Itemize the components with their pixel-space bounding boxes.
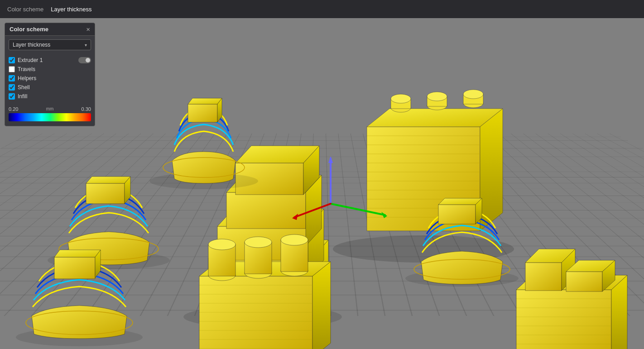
extruder1-label: Extruder 1	[18, 57, 43, 63]
topbar-layer-thickness[interactable]: Layer thickness	[51, 6, 91, 13]
shell-label: Shell	[18, 84, 30, 91]
gradient-bar	[9, 113, 91, 121]
top-bar: Color scheme Layer thickness	[0, 0, 644, 18]
svg-point-72	[16, 328, 143, 346]
infill-checkbox[interactable]	[9, 93, 15, 100]
extruder1-checkbox[interactable]	[9, 57, 15, 63]
extruder1-toggle[interactable]	[78, 57, 91, 63]
checkbox-item-infill[interactable]: Infill	[9, 92, 91, 101]
viewport[interactable]: Color scheme × Layer thickness ▾ Extrude…	[0, 18, 644, 349]
scheme-dropdown-value: Layer thickness	[13, 42, 50, 48]
checkbox-item-helpers[interactable]: Helpers	[9, 74, 91, 83]
checkbox-item-shell[interactable]: Shell	[9, 83, 91, 92]
grid-floor	[0, 134, 644, 316]
svg-point-7	[427, 101, 447, 110]
scheme-dropdown[interactable]: Layer thickness ▾	[9, 39, 91, 50]
close-button[interactable]: ×	[86, 26, 90, 33]
svg-rect-8	[427, 96, 447, 106]
color-scheme-panel: Color scheme × Layer thickness ▾ Extrude…	[5, 23, 95, 126]
svg-rect-5	[391, 99, 411, 109]
gradient-min: 0.20	[9, 106, 18, 112]
svg-point-9	[427, 92, 447, 101]
color-panel-title: Color scheme	[10, 26, 48, 33]
svg-point-6	[391, 94, 411, 103]
gradient-labels: 0.20 mm 0.30	[9, 106, 91, 112]
svg-rect-11	[463, 94, 483, 104]
svg-point-4	[391, 103, 411, 112]
helpers-label: Helpers	[18, 75, 36, 81]
svg-point-10	[463, 99, 483, 108]
chevron-down-icon: ▾	[85, 43, 87, 48]
gradient-max: 0.30	[82, 106, 91, 112]
helpers-checkbox[interactable]	[9, 75, 15, 81]
svg-marker-2	[367, 109, 503, 127]
checkbox-item-travels[interactable]: Travels	[9, 65, 91, 74]
checkbox-list: Extruder 1 Travels Helpers Shell Infill	[5, 54, 95, 105]
topbar-color-scheme[interactable]: Color scheme	[7, 6, 43, 13]
svg-rect-63	[188, 104, 217, 122]
travels-label: Travels	[18, 66, 35, 72]
infill-label: Infill	[18, 93, 27, 100]
svg-marker-64	[188, 98, 222, 104]
checkbox-item-extruder1[interactable]: Extruder 1	[9, 56, 91, 65]
svg-marker-65	[217, 98, 222, 122]
shell-checkbox[interactable]	[9, 84, 15, 91]
gradient-unit: mm	[46, 106, 54, 112]
travels-checkbox[interactable]	[9, 66, 15, 72]
color-panel-header: Color scheme ×	[5, 23, 95, 36]
gradient-section: 0.20 mm 0.30	[5, 105, 95, 126]
svg-point-12	[463, 90, 483, 99]
